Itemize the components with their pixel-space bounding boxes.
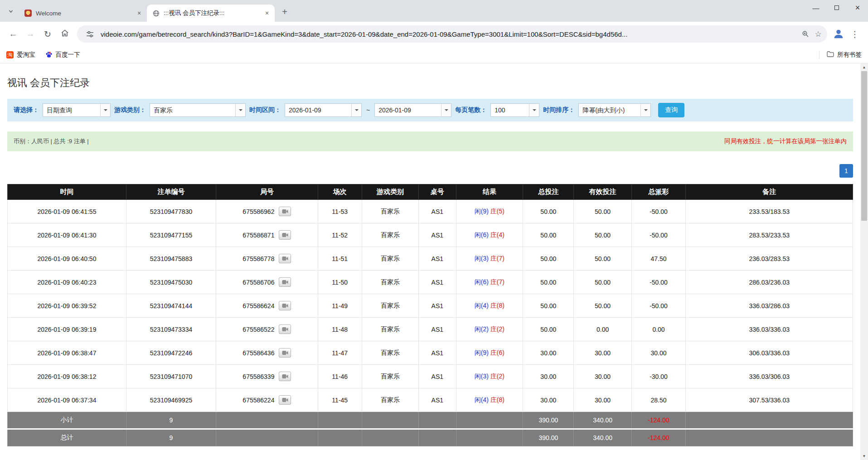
cell-result: 闲(2) 庄(2): [456, 318, 523, 341]
back-button[interactable]: ←: [5, 25, 22, 43]
profile-avatar[interactable]: [831, 26, 846, 42]
scroll-up-icon[interactable]: ▲: [860, 63, 868, 71]
bookmark-baidu[interactable]: 百度一下: [45, 51, 80, 59]
tab-betrecord[interactable]: :::视讯 会员下注纪录::: ×: [147, 5, 275, 22]
bet-row: 2026-01-09 06:37:34523109469925675586224…: [8, 388, 853, 412]
video-replay-button[interactable]: [279, 277, 291, 287]
result-player: 闲(9): [475, 349, 489, 356]
minimize-button[interactable]: —: [805, 0, 826, 15]
cell-remark: 283.53/233.53: [686, 223, 853, 247]
chevron-down-icon[interactable]: [640, 104, 650, 116]
chevron-down-icon[interactable]: [529, 104, 539, 116]
chevron-down-icon[interactable]: [235, 104, 245, 116]
cell-total-bet[interactable]: 30.00: [523, 341, 574, 365]
home-button[interactable]: [56, 25, 73, 43]
maximize-button[interactable]: [826, 0, 847, 15]
footer-cell: 总计: [8, 429, 126, 446]
cell-bet-id: 523109473334: [126, 318, 216, 341]
video-replay-button[interactable]: [279, 254, 291, 263]
new-tab-button[interactable]: +: [278, 5, 291, 18]
cell-remark: 233.53/183.53: [686, 200, 853, 223]
chevron-down-icon[interactable]: [441, 104, 451, 116]
result-player: 闲(9): [475, 208, 489, 215]
tab-title: Welcome: [36, 10, 132, 17]
bet-table-body: 2026-01-09 06:41:55523109477830675586962…: [8, 200, 853, 412]
address-bar[interactable]: videoie.com/game/betrecord_search/kind3?…: [77, 25, 827, 43]
menu-icon[interactable]: ⋮: [846, 25, 863, 43]
tab-strip: Welcome × :::视讯 会员下注纪录::: × + — ×: [0, 0, 868, 22]
cell-valid-bet: 50.00: [574, 223, 631, 247]
cell-payout: -50.00: [631, 294, 686, 318]
cell-table-no: AS1: [419, 318, 456, 341]
summary-bar: 币别：人民币 | 总共 :9 注单 | 同局有效投注，统一计算在该局第一张注单内: [7, 131, 853, 151]
round-number: 675586706: [242, 279, 274, 286]
result-banker: 庄(7): [490, 278, 504, 286]
footer-cell: [216, 429, 318, 446]
bookmark-star-icon[interactable]: ☆: [812, 28, 824, 40]
cell-total-bet[interactable]: 30.00: [523, 388, 574, 412]
chevron-down-icon[interactable]: [351, 104, 361, 116]
footer-cell: 小计: [8, 412, 126, 429]
cell-total-bet[interactable]: 50.00: [523, 294, 574, 318]
vertical-scrollbar[interactable]: ▲ ▼: [860, 63, 868, 460]
cell-valid-bet: 50.00: [574, 247, 631, 271]
result-player: 闲(6): [475, 231, 489, 238]
page-button[interactable]: 1: [839, 164, 853, 178]
footer-cell: [419, 412, 456, 429]
footer-cell: -124.00: [631, 412, 686, 429]
scroll-down-icon[interactable]: ▼: [860, 452, 868, 460]
cell-total-bet[interactable]: 30.00: [523, 365, 574, 388]
video-replay-button[interactable]: [279, 207, 291, 216]
video-replay-button[interactable]: [279, 324, 291, 334]
cell-game-type: 百家乐: [362, 341, 418, 365]
bookmark-aitaobao[interactable]: 淘 爱淘宝: [6, 51, 35, 59]
chevron-down-icon[interactable]: [100, 104, 110, 116]
cell-valid-bet: 50.00: [574, 200, 631, 223]
scrollbar-thumb[interactable]: [861, 71, 867, 221]
cell-result: 闲(6) 庄(4): [456, 223, 523, 247]
cell-total-bet[interactable]: 50.00: [523, 318, 574, 341]
zoom-icon[interactable]: [799, 28, 812, 40]
forward-button[interactable]: →: [22, 25, 39, 43]
all-bookmarks[interactable]: 所有书签: [819, 51, 862, 59]
bet-table: 时间注单编号局号场次游戏类别桌号结果总投注有效投注总派彩备注 2026-01-0…: [7, 184, 853, 446]
video-replay-button[interactable]: [279, 395, 291, 405]
cell-remark: 336.03/306.03: [686, 365, 853, 388]
per-page-value: 100: [491, 104, 529, 116]
cell-total-bet[interactable]: 50.00: [523, 200, 574, 223]
video-replay-button[interactable]: [279, 372, 291, 381]
reload-button[interactable]: ↻: [39, 25, 56, 43]
date-start-select[interactable]: 2026-01-09: [285, 103, 362, 117]
tab-close-icon[interactable]: ×: [135, 9, 143, 17]
video-replay-button[interactable]: [279, 348, 291, 358]
cell-bet-id: 523109477155: [126, 223, 216, 247]
tab-welcome[interactable]: Welcome ×: [19, 5, 147, 22]
cell-valid-bet: 50.00: [574, 271, 631, 294]
video-replay-button[interactable]: [279, 230, 291, 240]
column-header: 备注: [686, 184, 853, 200]
video-replay-button[interactable]: [279, 301, 291, 310]
cell-result: 闲(3) 庄(7): [456, 247, 523, 271]
cell-total-bet[interactable]: 50.00: [523, 247, 574, 271]
query-type-select[interactable]: 日期查询: [43, 103, 111, 117]
video-camera-icon: [282, 326, 288, 333]
tab-search-button[interactable]: [5, 5, 17, 18]
url-text[interactable]: videoie.com/game/betrecord_search/kind3?…: [101, 30, 795, 38]
subtotal-row: 小计9390.00340.00-124.00: [8, 412, 853, 429]
column-header: 局号: [216, 184, 318, 200]
sort-select[interactable]: 降幂(由大到小): [578, 103, 651, 117]
baidu-paw-icon: [45, 51, 53, 58]
game-type-label: 游戏类别：: [114, 106, 146, 114]
window-controls: — ×: [805, 0, 868, 15]
per-page-select[interactable]: 100: [490, 103, 539, 117]
tab-close-icon[interactable]: ×: [263, 9, 271, 17]
date-end-select[interactable]: 2026-01-09: [374, 103, 451, 117]
home-icon: [60, 29, 69, 40]
cell-total-bet[interactable]: 50.00: [523, 271, 574, 294]
close-button[interactable]: ×: [847, 0, 868, 15]
cell-valid-bet: 50.00: [574, 294, 631, 318]
search-button[interactable]: 查询: [658, 103, 684, 117]
cell-total-bet[interactable]: 50.00: [523, 223, 574, 247]
game-type-select[interactable]: 百家乐: [150, 103, 246, 117]
site-info-icon[interactable]: [83, 28, 96, 40]
